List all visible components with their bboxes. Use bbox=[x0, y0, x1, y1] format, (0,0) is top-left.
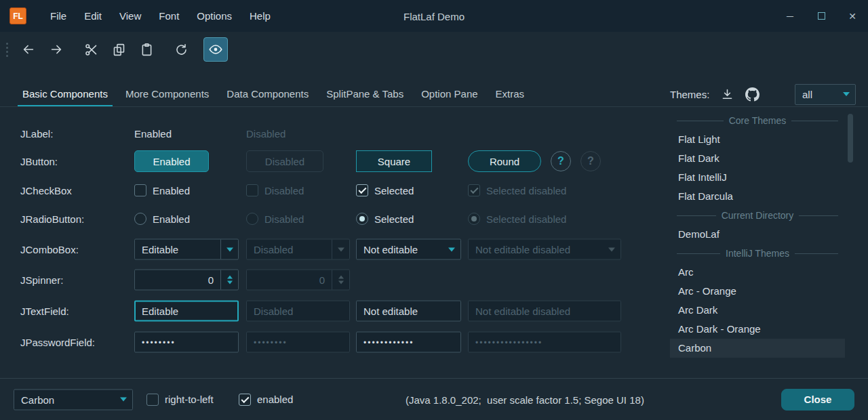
combobox-editable[interactable]: Editable bbox=[134, 239, 239, 260]
chevron-down-icon bbox=[843, 92, 850, 96]
radio-icon bbox=[246, 213, 258, 225]
chevron-down-icon bbox=[227, 281, 233, 285]
menu-file[interactable]: File bbox=[41, 6, 75, 26]
radio-disabled-label: Disabled bbox=[264, 213, 304, 225]
jbutton-square[interactable]: Square bbox=[356, 150, 432, 172]
textfield-disabled: Disabled bbox=[246, 301, 350, 322]
checkbox-enabled[interactable]: Enabled bbox=[134, 184, 190, 196]
spinner-disabled-value: 0 bbox=[247, 274, 332, 286]
spinner-value[interactable]: 0 bbox=[135, 274, 220, 286]
tab-data-components[interactable]: Data Components bbox=[218, 80, 317, 107]
tab-option-pane[interactable]: Option Pane bbox=[412, 80, 486, 107]
separator-label: Core Themes bbox=[729, 115, 787, 126]
back-arrow-icon bbox=[21, 42, 36, 57]
themes-header: Themes: all bbox=[670, 83, 856, 106]
checkbox-disabled: Disabled bbox=[246, 184, 304, 196]
checkbox-icon bbox=[134, 184, 146, 196]
chevron-down-icon bbox=[226, 247, 233, 251]
jbutton-round[interactable]: Round bbox=[468, 150, 541, 172]
chevron-down-icon bbox=[338, 281, 344, 285]
password-dots: •••••••••••• bbox=[363, 338, 414, 346]
theme-item-arc-dark[interactable]: Arc Dark bbox=[670, 301, 845, 320]
download-themes-button[interactable] bbox=[720, 87, 734, 102]
themes-separator: IntelliJ Themes bbox=[670, 244, 845, 263]
statusbar: Carbon right-to-left enabled (Java 1.8.0… bbox=[0, 379, 868, 420]
combobox-arrow-button[interactable] bbox=[220, 240, 238, 259]
theme-item-flat-dark[interactable]: Flat Dark bbox=[670, 149, 845, 168]
passwordfield-enabled[interactable]: •••••••• bbox=[134, 332, 239, 353]
textfield-disabled-value: Disabled bbox=[254, 306, 293, 317]
tab-splitpane-tabs[interactable]: SplitPane & Tabs bbox=[317, 80, 412, 107]
close-button[interactable]: Close bbox=[781, 389, 854, 411]
password-dots: •••••••••••••••• bbox=[475, 338, 542, 346]
radio-enabled[interactable]: Enabled bbox=[134, 213, 190, 225]
copy-button[interactable] bbox=[106, 37, 131, 62]
spinner-arrows[interactable] bbox=[220, 270, 238, 290]
maximize-icon[interactable] bbox=[806, 0, 837, 32]
checkbox-enabled-label: Enabled bbox=[153, 185, 190, 196]
menu-font[interactable]: Font bbox=[150, 6, 188, 26]
menubar: File Edit View Font Options Help bbox=[41, 6, 279, 26]
separator-label: Current Directory bbox=[722, 210, 794, 221]
minimize-icon[interactable]: ─ bbox=[774, 0, 806, 32]
themes-scrollbar-thumb[interactable] bbox=[848, 114, 853, 163]
github-icon bbox=[745, 87, 760, 102]
textfield-not-editable-value: Not editable bbox=[363, 306, 418, 317]
theme-item-flat-light[interactable]: Flat Light bbox=[670, 130, 845, 149]
lookandfeel-value: Carbon bbox=[14, 394, 115, 405]
checkbox-selected[interactable]: Selected bbox=[356, 184, 414, 196]
tab-more-components[interactable]: More Components bbox=[117, 80, 218, 107]
jcombobox-row-label: JComboBox: bbox=[20, 244, 79, 255]
lookandfeel-combobox[interactable]: Carbon bbox=[14, 389, 133, 410]
combobox-not-editable-value: Not editable bbox=[357, 244, 443, 255]
theme-item-arc-dark-orange[interactable]: Arc Dark - Orange bbox=[670, 320, 845, 339]
tab-basic-components[interactable]: Basic Components bbox=[14, 80, 117, 107]
menu-edit[interactable]: Edit bbox=[75, 6, 111, 26]
combobox-editable-value[interactable]: Editable bbox=[135, 244, 220, 255]
forward-button[interactable] bbox=[44, 37, 68, 62]
jbutton-help[interactable]: ? bbox=[551, 151, 571, 171]
textfield-editable-value: Editable bbox=[142, 306, 178, 317]
toolbar-grip[interactable] bbox=[6, 43, 8, 57]
menu-options[interactable]: Options bbox=[188, 6, 241, 26]
jbutton-enabled[interactable]: Enabled bbox=[134, 150, 209, 172]
textfield-not-editable-disabled-value: Not editable disabled bbox=[475, 306, 570, 317]
eye-icon bbox=[208, 42, 223, 57]
right-to-left-label: right-to-left bbox=[165, 394, 214, 405]
logo-text: FL bbox=[13, 12, 23, 21]
window-title: FlatLaf Demo bbox=[403, 10, 465, 22]
lookandfeel-arrow bbox=[115, 390, 132, 409]
radio-selected-icon bbox=[356, 213, 368, 225]
textfield-not-editable[interactable]: Not editable bbox=[356, 301, 461, 322]
cut-button[interactable] bbox=[79, 37, 103, 62]
copy-icon bbox=[112, 43, 126, 57]
combobox-disabled-value: Disabled bbox=[247, 244, 332, 255]
paste-button[interactable] bbox=[134, 37, 159, 62]
chevron-down-icon bbox=[338, 247, 344, 251]
checkbox-selected-disabled-label: Selected disabled bbox=[486, 185, 566, 196]
refresh-button[interactable] bbox=[169, 37, 193, 62]
github-link-button[interactable] bbox=[745, 87, 760, 102]
back-button[interactable] bbox=[16, 37, 41, 62]
show-hidden-toggle-button[interactable] bbox=[203, 37, 228, 62]
menu-view[interactable]: View bbox=[111, 6, 150, 26]
combobox-not-editable[interactable]: Not editable bbox=[356, 239, 461, 260]
textfield-editable[interactable]: Editable bbox=[134, 301, 239, 322]
theme-item-arc[interactable]: Arc bbox=[670, 263, 845, 282]
close-icon[interactable]: ✕ bbox=[837, 0, 868, 32]
passwordfield-not-editable[interactable]: •••••••••••• bbox=[356, 332, 461, 353]
radio-selected[interactable]: Selected bbox=[356, 213, 414, 225]
theme-item-carbon[interactable]: Carbon bbox=[670, 339, 845, 358]
tab-extras[interactable]: Extras bbox=[487, 80, 534, 107]
app-logo-icon: FL bbox=[9, 7, 26, 24]
right-to-left-checkbox[interactable]: right-to-left bbox=[146, 394, 214, 406]
theme-item-arc-orange[interactable]: Arc - Orange bbox=[670, 282, 845, 301]
spinner-enabled[interactable]: 0 bbox=[134, 270, 239, 291]
theme-item-flat-darcula[interactable]: Flat Darcula bbox=[670, 187, 845, 206]
themes-filter-combobox[interactable]: all bbox=[795, 84, 856, 105]
enabled-checkbox[interactable]: enabled bbox=[239, 394, 293, 406]
theme-item-demolaf[interactable]: DemoLaf bbox=[670, 225, 845, 244]
menu-help[interactable]: Help bbox=[241, 6, 279, 26]
combobox-arrow-button[interactable] bbox=[443, 240, 460, 259]
theme-item-flat-intellij[interactable]: Flat IntelliJ bbox=[670, 168, 845, 187]
